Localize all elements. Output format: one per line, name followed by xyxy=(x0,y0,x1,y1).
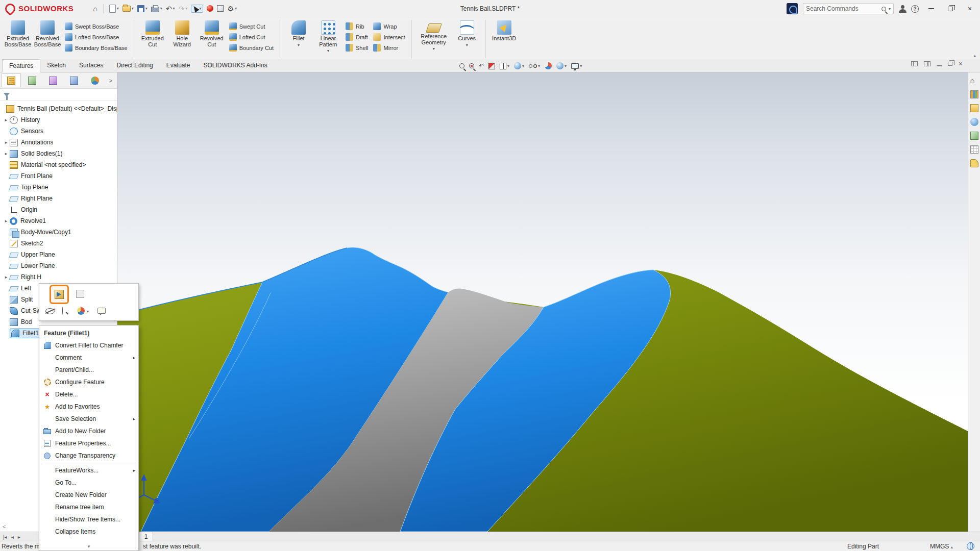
edit-appearance-button[interactable] xyxy=(545,62,552,69)
lofted-boss-base-button[interactable]: Lofted Boss/Base xyxy=(62,32,130,42)
tab-evaluate[interactable]: Evaluate xyxy=(160,59,197,72)
menu-item-hide-show-tree-items[interactable]: Hide/Show Tree Items... xyxy=(39,513,138,525)
extruded-cut-button[interactable]: Extruded Cut xyxy=(138,19,167,47)
dimxpert-manager-tab[interactable] xyxy=(64,73,84,87)
menu-item-feature-properties[interactable]: Feature Properties... xyxy=(39,437,138,449)
select-tool-button[interactable]: ▾ xyxy=(191,5,203,13)
tree-item-sketch2[interactable]: Sketch2 xyxy=(0,238,117,249)
menu-item-change-transparency[interactable]: Change Transparency xyxy=(39,449,138,462)
menu-item-parent-child[interactable]: Parent/Child... xyxy=(39,364,138,376)
restore-button[interactable] xyxy=(943,3,958,15)
doc-restore-icon[interactable] xyxy=(948,62,952,66)
display-style-button[interactable]: ▾ xyxy=(514,62,524,69)
open-button[interactable]: ▾ xyxy=(122,6,134,12)
task-home-icon[interactable]: ⌂ xyxy=(970,77,978,85)
reference-geometry-flyout-caret[interactable]: ▾ xyxy=(433,46,435,51)
tree-item-solid-bodies[interactable]: ▸ Solid Bodies(1) xyxy=(0,148,117,159)
tab-surfaces[interactable]: Surfaces xyxy=(72,59,110,72)
search-caret-icon[interactable]: ▾ xyxy=(889,7,891,11)
menu-item-configure-feature[interactable]: Configure Feature xyxy=(39,376,138,388)
curves-flyout-caret[interactable]: ▾ xyxy=(466,43,468,47)
tree-item-part[interactable]: Tennis Ball (Default) <<Default>_Displ xyxy=(0,103,117,114)
search-commands-input[interactable]: Search Commands ▾ xyxy=(803,3,894,14)
minimize-button[interactable] xyxy=(924,3,938,15)
custom-properties-icon[interactable] xyxy=(970,145,978,154)
hide-show-items-button[interactable]: ▾ xyxy=(529,64,540,68)
menu-item-featureworks[interactable]: FeatureWorks... ▸ xyxy=(39,464,138,477)
forum-icon[interactable] xyxy=(970,159,978,167)
swept-cut-button[interactable]: Swept Cut xyxy=(227,21,276,32)
instant3d-button[interactable]: Instant3D xyxy=(489,19,519,42)
appearance-caret-icon[interactable]: ▾ xyxy=(87,309,89,314)
expand-arrow-icon[interactable]: ▸ xyxy=(3,140,10,145)
display-manager-tab[interactable] xyxy=(85,73,105,87)
units-selector[interactable]: MMGS ▴ xyxy=(930,543,953,550)
tab-features[interactable]: Features xyxy=(2,59,40,72)
zoom-to-selection-icon[interactable] xyxy=(62,307,63,314)
tree-item-history[interactable]: ▸ History xyxy=(0,114,117,126)
menu-item-convert-fillet-to-chamfer[interactable]: Convert Fillet to Chamfer xyxy=(39,339,138,352)
first-tab-icon[interactable]: |◂ xyxy=(3,534,7,540)
tree-filter-bar[interactable] xyxy=(0,89,117,101)
tab-solidworks-add-ins[interactable]: SOLIDWORKS Add-Ins xyxy=(197,59,274,72)
fillet-flyout-caret[interactable]: ▾ xyxy=(298,43,300,47)
configuration-manager-tab[interactable] xyxy=(43,73,63,87)
apply-scene-button[interactable]: ▾ xyxy=(556,62,567,69)
redo-button[interactable]: ↷▾ xyxy=(179,5,188,13)
menu-expand-chevron[interactable]: ▾ xyxy=(39,542,138,550)
property-manager-tab[interactable] xyxy=(22,73,42,87)
linear-pattern-button[interactable]: Linear Pattern ▾ xyxy=(313,19,343,53)
tree-item-body-move-copy1[interactable]: Body-Move/Copy1 xyxy=(0,227,117,238)
extruded-boss-base-button[interactable]: Extruded Boss/Base xyxy=(3,19,33,47)
comment-icon[interactable] xyxy=(97,308,106,314)
model-tab[interactable]: 1 xyxy=(139,532,153,541)
tile-right-icon[interactable] xyxy=(924,61,930,66)
tree-item-revolve1[interactable]: ▸ Revolve1 xyxy=(0,215,117,227)
tree-item-right-plane[interactable]: Right Plane xyxy=(0,193,117,204)
menu-item-create-new-folder[interactable]: Create New Folder xyxy=(39,489,138,501)
tree-item-origin[interactable]: Origin xyxy=(0,204,117,215)
tile-left-icon[interactable] xyxy=(911,61,918,66)
previous-view-button[interactable]: ↶ xyxy=(479,62,484,69)
hole-wizard-button[interactable]: Hole Wizard xyxy=(167,19,197,47)
boundary-boss-base-button[interactable]: Boundary Boss/Base xyxy=(62,42,130,53)
linear-pattern-flyout-caret[interactable]: ▾ xyxy=(327,48,329,53)
graphics-area[interactable] xyxy=(117,72,968,532)
prev-tab-icon[interactable]: ◂ xyxy=(11,534,14,540)
tree-item-material[interactable]: Material <not specified> xyxy=(0,159,117,170)
view-orientation-button[interactable]: ▾ xyxy=(500,63,509,69)
shell-button[interactable]: Shell xyxy=(343,42,371,53)
fillet-button[interactable]: Fillet ▾ xyxy=(284,19,313,47)
tree-item-upper-plane[interactable]: Upper Plane xyxy=(0,249,117,260)
menu-item-add-to-new-folder[interactable]: Add to New Folder xyxy=(39,425,138,437)
tree-item-lower-plane[interactable]: Lower Plane xyxy=(0,260,117,271)
menu-item-collapse-items[interactable]: Collapse Items xyxy=(39,525,138,538)
tree-item-front-plane[interactable]: Front Plane xyxy=(0,170,117,182)
doc-minimize-icon[interactable] xyxy=(937,65,942,66)
boundary-cut-button[interactable]: Boundary Cut xyxy=(227,42,276,53)
menu-item-go-to[interactable]: Go To... xyxy=(39,477,138,489)
appearance-icon[interactable] xyxy=(77,307,85,315)
swept-boss-base-button[interactable]: Swept Boss/Base xyxy=(62,21,130,32)
expand-arrow-icon[interactable]: ▸ xyxy=(3,151,10,156)
tab-direct-editing[interactable]: Direct Editing xyxy=(110,59,159,72)
revolved-cut-button[interactable]: Revolved Cut xyxy=(197,19,227,47)
suppress-icon[interactable] xyxy=(76,290,84,298)
expand-arrow-icon[interactable]: ▸ xyxy=(3,117,10,122)
intersect-button[interactable]: Intersect xyxy=(371,32,407,42)
sphere-tool-button[interactable] xyxy=(207,5,213,12)
3dexperience-icon[interactable] xyxy=(787,3,798,14)
globe-icon[interactable] xyxy=(967,542,974,550)
help-icon[interactable]: ? xyxy=(911,5,919,13)
menu-item-delete[interactable]: × Delete... xyxy=(39,388,138,400)
tree-item-annotations[interactable]: ▸ Annotations xyxy=(0,137,117,148)
view-palette-icon[interactable] xyxy=(970,118,978,126)
next-tab-icon[interactable]: ▸ xyxy=(18,534,20,540)
manager-tabs-overflow-chevron[interactable]: > xyxy=(109,78,115,84)
section-view-button[interactable] xyxy=(488,63,495,69)
draft-button[interactable]: Draft xyxy=(343,32,371,42)
design-library-icon[interactable] xyxy=(970,90,978,98)
ribbon-collapse-caret[interactable]: ▴ xyxy=(973,53,976,58)
tree-item-right-h[interactable]: ▸ Right H xyxy=(0,271,117,283)
close-button[interactable]: × xyxy=(963,3,977,15)
